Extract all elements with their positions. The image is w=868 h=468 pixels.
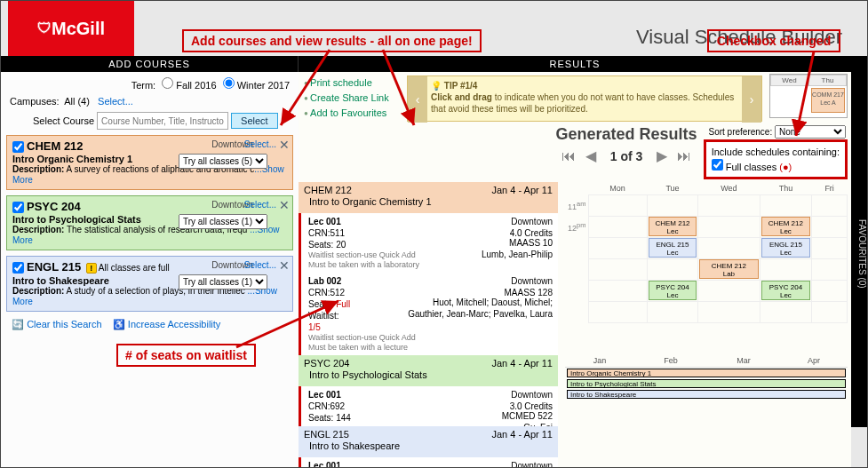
search-link-row: 🔄 Clear this Search ♿ Increase Accessibi… <box>6 319 293 330</box>
week-cell[interactable]: PSYC 204Lec <box>760 281 812 302</box>
result-section[interactable]: Lab 002Downtown CRN:512MAASS 128 Seats: … <box>299 273 558 355</box>
week-cell[interactable] <box>760 259 812 281</box>
calendar-block[interactable]: CHEM 212Lec <box>649 217 697 236</box>
select-button[interactable]: Select <box>231 113 278 129</box>
week-hour: 11am <box>565 195 588 217</box>
warning-icon: ! <box>86 263 97 274</box>
week-cell[interactable] <box>588 302 647 323</box>
week-cell[interactable] <box>647 259 697 281</box>
calendar-block[interactable]: PSYC 204Lec <box>649 281 697 300</box>
favourites-tab[interactable]: FAVOURITES (0) <box>851 72 867 427</box>
week-cell[interactable] <box>812 195 848 217</box>
calendar-block[interactable]: ENGL 215Lec <box>649 238 697 258</box>
add-courses-header: ADD COURSES <box>1 56 299 72</box>
week-cell[interactable]: CHEM 212Lab <box>698 259 760 281</box>
week-cell[interactable] <box>812 281 848 302</box>
course-campus-select[interactable]: Select... <box>244 139 276 149</box>
term-opt-fall[interactable]: Fall 2016 <box>162 80 216 91</box>
result-course-header[interactable]: ENGL 215Jan 4 - Apr 11Intro to Shakespea… <box>299 426 558 457</box>
result-section[interactable]: Lec 001Downtown CRN:160503.0 Credits Sea… <box>299 457 558 467</box>
calendar-block[interactable]: ENGL 215Lec <box>761 238 811 258</box>
course-checkbox[interactable] <box>12 262 24 274</box>
pager-next-icon[interactable]: ▶ <box>653 148 671 163</box>
calendar-block[interactable]: CHEM 212Lec <box>761 217 811 236</box>
term-row: Term: Fall 2016 Winter 2017 <box>6 75 293 92</box>
section-instructor: Lumb, Jean-Philip <box>482 249 553 260</box>
month-bar[interactable]: Intro Organic Chemistry 1 <box>567 369 846 377</box>
tip-mini-block: COMM 217 Lec A <box>811 88 845 113</box>
course-checkbox[interactable] <box>12 202 24 213</box>
calendar-block[interactable]: PSYC 204Lec <box>761 281 811 300</box>
week-cell[interactable] <box>647 195 697 217</box>
section-room: MCMED 522 <box>502 410 553 422</box>
week-cell[interactable] <box>588 259 647 281</box>
pager-last-icon[interactable]: ⏭ <box>673 148 695 163</box>
week-cell[interactable] <box>812 302 848 323</box>
desc-prefix: Description: <box>12 164 64 174</box>
section-header-row: ADD COURSES RESULTS <box>1 56 867 72</box>
course-checkbox[interactable] <box>12 141 24 153</box>
term-opt-winter[interactable]: Winter 2017 <box>223 80 290 91</box>
pager-first-icon[interactable]: ⏮ <box>558 148 579 163</box>
result-section[interactable]: Lec 001Downtown CRN:6923.0 Credits Seats… <box>299 386 558 426</box>
tip-prev-icon[interactable]: ‹ <box>408 76 427 123</box>
close-icon[interactable]: ✕ <box>277 138 291 151</box>
clear-search-link[interactable]: Clear this Search <box>27 319 101 329</box>
desc-prefix: Description: <box>12 225 64 234</box>
week-cell[interactable] <box>760 302 812 323</box>
week-cell[interactable]: ENGL 215Lec <box>647 238 697 259</box>
course-campus-select[interactable]: Select... <box>244 200 276 210</box>
course-classes-select[interactable]: Try all classes (1) <box>179 214 267 229</box>
close-icon[interactable]: ✕ <box>277 198 291 211</box>
filter-box: Include schedules containing: Full class… <box>704 139 848 179</box>
calendar-block[interactable]: CHEM 212Lab <box>699 259 758 279</box>
week-cell[interactable] <box>588 281 647 302</box>
tip-next-icon[interactable]: › <box>742 76 761 123</box>
week-cell[interactable]: ENGL 215Lec <box>760 238 812 259</box>
week-cell[interactable] <box>698 281 760 302</box>
week-cell[interactable] <box>698 195 760 217</box>
result-title: Intro to Shakespeare <box>304 440 553 455</box>
week-cell[interactable] <box>588 217 647 238</box>
week-cell[interactable] <box>812 259 848 281</box>
result-section[interactable]: Lec 001Downtown CRN:5114.0 Credits Seats… <box>299 213 558 273</box>
campus-select-link[interactable]: Select... <box>98 96 133 107</box>
week-day-header: Tue <box>647 182 697 195</box>
filter-full-classes[interactable]: Full classes (●) <box>712 162 792 172</box>
course-code: PSYC 204 <box>27 200 81 213</box>
result-title: Intro to Psychological Stats <box>304 369 553 384</box>
week-cell[interactable] <box>760 195 812 217</box>
week-cell[interactable] <box>812 217 848 238</box>
result-course-header[interactable]: CHEM 212Jan 4 - Apr 11Intro to Organic C… <box>299 182 558 213</box>
section-location: Downtown <box>511 216 553 227</box>
pager-prev-icon[interactable]: ◀ <box>582 148 600 163</box>
results-panel: Print schedule Create Share Link Add to … <box>299 72 851 467</box>
week-cell[interactable] <box>698 217 760 238</box>
tip-strong: Click and drag <box>431 92 492 102</box>
increase-accessibility-link[interactable]: Increase Accessibility <box>128 319 221 329</box>
week-cell[interactable] <box>812 238 848 259</box>
week-cell[interactable] <box>698 302 760 323</box>
result-dates: Jan 4 - Apr 11 <box>492 185 553 195</box>
week-cell[interactable] <box>647 302 697 323</box>
term-label: Term: <box>131 80 156 91</box>
month-header: Apr <box>780 354 848 368</box>
course-campus-select[interactable]: Select... <box>244 260 276 270</box>
week-cell[interactable] <box>588 238 647 259</box>
week-cell[interactable] <box>698 238 760 259</box>
result-list: CHEM 212Jan 4 - Apr 11Intro to Organic C… <box>299 182 558 467</box>
week-cell[interactable]: CHEM 212Lec <box>760 217 812 238</box>
section-location: Downtown <box>511 460 553 467</box>
course-classes-select[interactable]: Try all classes (1) <box>179 274 267 290</box>
week-cell[interactable] <box>588 195 647 217</box>
result-course-header[interactable]: PSYC 204Jan 4 - Apr 11Intro to Psycholog… <box>299 355 558 386</box>
month-bar[interactable]: Intro to Psychological Stats <box>567 379 846 388</box>
week-cell[interactable]: PSYC 204Lec <box>647 281 697 302</box>
close-icon[interactable]: ✕ <box>277 258 291 272</box>
week-cell[interactable]: CHEM 212Lec <box>647 217 697 238</box>
tip-mini-day: Thu <box>808 75 847 86</box>
month-bar[interactable]: Intro to Shakespeare <box>567 390 846 399</box>
course-classes-select[interactable]: Try all classes (5) <box>179 154 267 169</box>
sort-select[interactable]: None <box>775 125 846 139</box>
course-search-input[interactable] <box>97 112 228 130</box>
